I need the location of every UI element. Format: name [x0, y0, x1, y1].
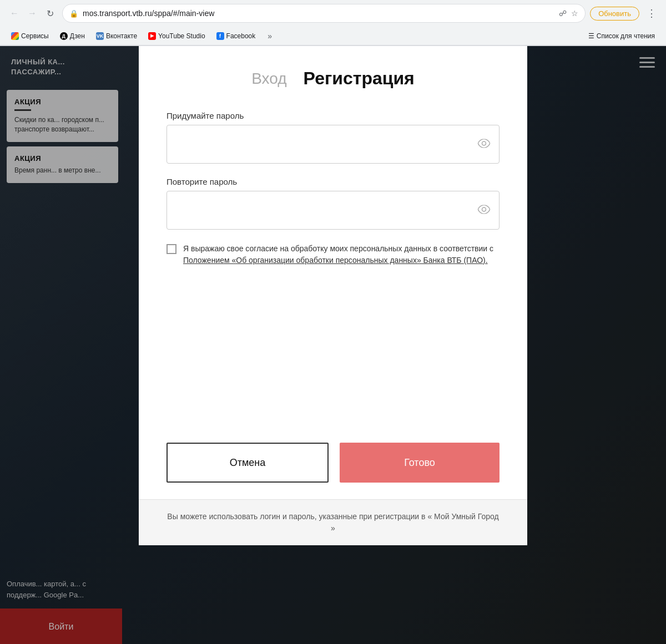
bookmark-dzen-label: Дзен: [70, 32, 85, 40]
address-bar[interactable]: 🔒 mos.transport.vtb.ru/sppa/#/main-view …: [62, 4, 586, 23]
chrome-menu-button[interactable]: ⋮: [644, 6, 659, 21]
modal-actions: Отмена Готово: [139, 443, 527, 499]
modal-overlay: Вход Регистрация Придумайте пароль: [0, 46, 666, 644]
tab-login[interactable]: Вход: [251, 70, 286, 88]
footer-text: Вы можете использовать логин и пароль, у…: [167, 512, 498, 533]
repeat-password-input[interactable]: [167, 191, 500, 230]
consent-checkbox[interactable]: [167, 244, 176, 254]
svg-point-0: [482, 141, 486, 145]
bookmark-services-label: Сервисы: [21, 32, 49, 40]
consent-link[interactable]: Положением «Об организации обработки пер…: [183, 256, 488, 265]
repeat-password-eye-icon[interactable]: [477, 204, 491, 217]
url-text: mos.transport.vtb.ru/sppa/#/main-view: [83, 9, 554, 18]
update-button[interactable]: Обновить: [590, 7, 639, 21]
security-icon: 🔒: [69, 9, 78, 18]
bookmarks-bar: Сервисы Д Дзен VK Вконтакте ▶ YouTube St…: [0, 27, 666, 45]
consent-section: Я выражаю свое согласие на обработку мои…: [167, 243, 500, 266]
bookmark-vkontakte[interactable]: VK Вконтакте: [92, 31, 142, 41]
services-icon: [11, 32, 19, 40]
done-button[interactable]: Готово: [340, 443, 500, 483]
modal-body: Придумайте пароль Повторите пароль: [139, 100, 527, 437]
reading-list-label: Список для чтения: [597, 32, 655, 40]
page-area: ЛИЧНЫЙ КА... ПАССАЖИР... АКЦИЯ Скидки по…: [0, 46, 666, 644]
modal-footer: Вы можете использовать логин и пароль, у…: [139, 499, 527, 545]
youtube-icon: ▶: [148, 32, 156, 40]
consent-text: Я выражаю свое согласие на обработку мои…: [183, 243, 500, 266]
password-field-wrapper: [167, 125, 500, 164]
tab-register[interactable]: Регистрация: [304, 68, 415, 89]
bookmark-yt-label: YouTube Studio: [158, 32, 205, 40]
password-input[interactable]: [167, 125, 500, 164]
svg-point-1: [482, 207, 486, 211]
bookmark-services[interactable]: Сервисы: [7, 31, 53, 41]
reading-list-icon: ☰: [588, 32, 594, 40]
repeat-password-label: Повторите пароль: [167, 177, 500, 186]
bookmark-facebook[interactable]: f Facebook: [212, 31, 260, 41]
translate-icon[interactable]: ☍: [559, 9, 567, 18]
bookmark-dzen[interactable]: Д Дзен: [56, 31, 89, 41]
password-eye-icon[interactable]: [477, 138, 491, 151]
bookmark-youtube[interactable]: ▶ YouTube Studio: [144, 31, 210, 41]
toolbar-right: Обновить ⋮: [590, 6, 659, 21]
registration-modal: Вход Регистрация Придумайте пароль: [139, 46, 527, 545]
vk-icon: VK: [96, 32, 104, 40]
dzen-icon: Д: [60, 32, 68, 40]
reading-list-button[interactable]: ☰ Список для чтения: [584, 31, 659, 41]
cancel-button[interactable]: Отмена: [167, 443, 329, 483]
browser-toolbar: ← → ↻ 🔒 mos.transport.vtb.ru/sppa/#/main…: [0, 0, 666, 27]
forward-button[interactable]: →: [24, 6, 40, 21]
modal-header: Вход Регистрация: [139, 46, 527, 100]
repeat-password-field-wrapper: [167, 191, 500, 230]
bookmarks-more-button[interactable]: »: [264, 31, 275, 42]
bookmark-fb-label: Facebook: [226, 32, 256, 40]
browser-chrome: ← → ↻ 🔒 mos.transport.vtb.ru/sppa/#/main…: [0, 0, 666, 46]
bookmark-star-icon[interactable]: ☆: [571, 9, 578, 18]
password-label: Придумайте пароль: [167, 111, 500, 120]
bookmark-vk-label: Вконтакте: [106, 32, 137, 40]
back-button[interactable]: ←: [7, 6, 22, 21]
reload-button[interactable]: ↻: [42, 6, 58, 21]
facebook-icon: f: [216, 32, 224, 40]
nav-buttons: ← → ↻: [7, 6, 58, 21]
